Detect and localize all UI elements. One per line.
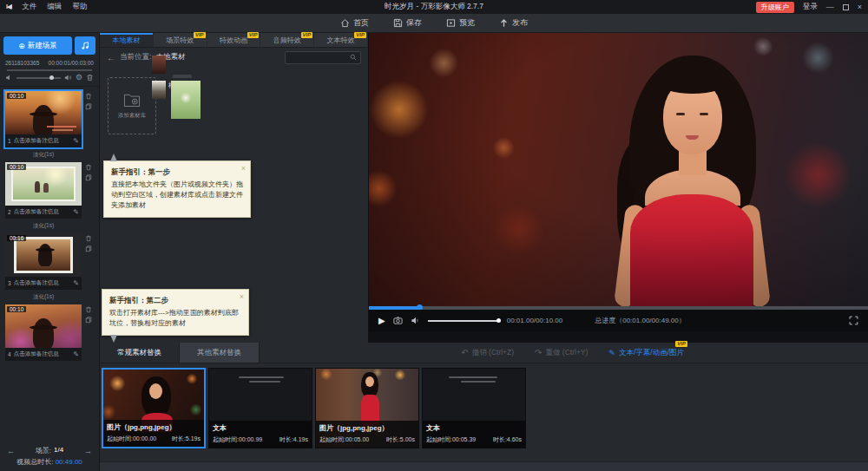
volume-slider[interactable] — [16, 77, 61, 79]
scene-delete-icon[interactable] — [85, 306, 92, 313]
home-icon — [340, 18, 350, 28]
guide-tooltip-step2: × 新手指引：第二步 双击打开素材库--->拖动里面的素材到底部坑位，替换相对应… — [102, 289, 249, 336]
back-arrow-icon[interactable]: ← — [107, 53, 115, 62]
home-button[interactable]: 首页 — [340, 17, 369, 29]
edit-note-icon[interactable]: ✎ — [73, 350, 79, 358]
volume-down-icon[interactable] — [5, 74, 13, 82]
tab-other-replace[interactable]: 其他素材替换 — [180, 343, 260, 363]
scene-note-4[interactable]: 4 点击添加备注信息 ✎ — [5, 348, 82, 361]
speaker-icon[interactable] — [411, 316, 420, 325]
transition-label[interactable]: 淡化(1s) — [5, 219, 82, 233]
play-button[interactable]: ▶ — [378, 317, 385, 325]
window-title: 时光岁月 - 万彩影像大师 2.7.7 — [0, 2, 868, 12]
snapshot-camera-icon[interactable] — [393, 316, 403, 325]
search-icon — [350, 54, 357, 61]
publish-icon — [499, 18, 509, 28]
tab-text-effects[interactable]: 文本特效 VIP — [314, 33, 368, 47]
music-progress-bar[interactable] — [7, 69, 92, 71]
tab-regular-replace[interactable]: 常规素材替换 — [100, 343, 180, 363]
scene-item-2: 00:10 2 点击添加备注信息 ✎ — [5, 162, 99, 219]
menu-edit[interactable]: 编辑 — [47, 2, 62, 12]
tooltip-close-icon[interactable]: × — [240, 291, 244, 304]
titlebar: I◀I 文件 编辑 帮助 时光岁月 - 万彩影像大师 2.7.7 升级账户 登录… — [0, 0, 868, 14]
slot-type-label: 文本 — [426, 423, 522, 433]
menu-file[interactable]: 文件 — [22, 2, 36, 12]
scene-delete-icon[interactable] — [85, 235, 92, 242]
fullscreen-icon[interactable] — [849, 316, 858, 325]
slot-text-2[interactable]: 文本 起始时间:00:05.39 时长:4.60s — [422, 368, 526, 448]
edit-text-subtitle-animation-image-button[interactable]: ✎ 文本/字幕/动画/图片 VIP — [608, 348, 684, 358]
save-icon — [393, 18, 403, 28]
search-input[interactable] — [285, 51, 361, 64]
preview-icon — [446, 18, 456, 28]
scene-copy-icon[interactable] — [85, 245, 92, 252]
edit-note-icon[interactable]: ✎ — [73, 279, 79, 287]
scene-card-2[interactable]: 00:10 2 点击添加备注信息 ✎ — [5, 162, 82, 219]
music-info: 26118103365 00:00:01/00:03:00 — [0, 58, 99, 66]
edit-note-icon[interactable]: ✎ — [73, 208, 79, 216]
close-button[interactable]: × — [858, 3, 862, 11]
video-preview[interactable] — [369, 33, 868, 306]
scene-card-3[interactable]: 00:16 3 点击添加备注信息 ✎ — [5, 233, 82, 290]
undo-button[interactable]: ↶ 撤销 (Ctrl+Z) — [461, 348, 514, 358]
volume-up-icon[interactable] — [64, 74, 72, 82]
publish-button[interactable]: 发布 — [499, 17, 528, 29]
transition-label[interactable]: 淡化(1s) — [5, 147, 82, 162]
add-material-library-button[interactable]: 添加素材库 — [108, 77, 156, 134]
tab-effect-animation[interactable]: 特效动画 VIP — [207, 33, 261, 47]
tab-audio-effects[interactable]: 音频特效 VIP — [260, 33, 314, 47]
scene-thumbnail-2[interactable]: 00:10 — [5, 162, 82, 206]
slot-start-time: 起始时间:00:05.00 — [319, 435, 369, 444]
scene-duration-badge: 00:16 — [7, 235, 26, 241]
scene-note-2[interactable]: 2 点击添加备注信息 ✎ — [5, 206, 82, 219]
scene-copy-icon[interactable] — [85, 174, 92, 181]
music-settings-gear-icon[interactable]: ⚙ — [76, 74, 82, 82]
tab-scene-effects[interactable]: 场景特效 VIP — [154, 33, 207, 47]
app-window: I◀I 文件 编辑 帮助 时光岁月 - 万彩影像大师 2.7.7 升级账户 登录… — [0, 0, 868, 471]
background-music-button[interactable] — [75, 36, 95, 55]
total-duration-label: 视频总时长: — [16, 458, 53, 466]
total-progress-display: 总进度（00:01.00/00:49.00） — [595, 316, 686, 325]
scene-thumbnail-1[interactable]: 00:10 — [5, 91, 82, 134]
sample-folder[interactable]: 样例 — [168, 77, 219, 90]
menu-help[interactable]: 帮助 — [72, 2, 87, 12]
scene-card-1[interactable]: 00:10 1 点击添加备注信息 ✎ — [5, 91, 82, 147]
slot-type-label: 图片（jpg,png,jpeg） — [107, 422, 201, 432]
minimize-button[interactable]: — — [826, 3, 834, 11]
slot-text-1[interactable]: 文本 起始时间:00:00.99 时长:4.19s — [208, 368, 312, 448]
scene-delete-icon[interactable] — [85, 93, 92, 100]
scene-list: 00:10 1 点击添加备注信息 ✎ 淡化(1s) — [0, 87, 99, 361]
library-panel: 本地素材 场景特效 VIP 特效动画 VIP 音频特效 VIP 文本特效 VIP… — [100, 33, 369, 343]
scene-card-4[interactable]: 00:10 4 点击添加备注信息 ✎ — [5, 304, 82, 361]
new-scene-button[interactable]: ⊕ 新建场景 — [3, 36, 72, 55]
slot-image-2[interactable]: 图片（jpg,png,jpeg） 起始时间:00:05.00 时长:5.00s — [315, 368, 419, 448]
scene-note-3[interactable]: 3 点击添加备注信息 ✎ — [5, 277, 82, 290]
replace-tabs: 常规素材替换 其他素材替换 ↶ 撤销 (Ctrl+Z) ↷ 重做 (Ctrl+Y… — [100, 343, 868, 363]
maximize-button[interactable] — [843, 4, 849, 10]
player-volume-slider[interactable] — [428, 320, 499, 322]
slot-image-1[interactable]: 图片（jpg,png,jpeg） 起始时间:00:00.00 时长:5.19s — [102, 368, 206, 448]
scene-delete-icon[interactable] — [85, 164, 92, 171]
prev-scene-arrow[interactable]: ← — [7, 447, 15, 455]
music-delete-trash-icon[interactable] — [86, 74, 94, 82]
tooltip-close-icon[interactable]: × — [241, 163, 246, 175]
next-scene-arrow[interactable]: → — [84, 447, 92, 455]
app-logo-icon: I◀I — [6, 3, 11, 10]
upgrade-account-button[interactable]: 升级账户 — [756, 2, 794, 13]
redo-button[interactable]: ↷ 重做 (Ctrl+Y) — [535, 348, 588, 358]
login-button[interactable]: 登录 — [803, 2, 818, 12]
slot-duration: 时长:5.19s — [172, 435, 201, 443]
library-items: 添加素材库 样例 — [100, 67, 368, 134]
save-button[interactable]: 保存 — [393, 17, 422, 29]
scene-thumbnail-4[interactable]: 00:10 — [5, 304, 82, 348]
library-tabs: 本地素材 场景特效 VIP 特效动画 VIP 音频特效 VIP 文本特效 VIP — [100, 33, 368, 48]
preview-panel: ▶ 00:01.00/00:10.00 总进度（00:01.00/00:49.0… — [369, 33, 868, 343]
scene-copy-icon[interactable] — [85, 103, 92, 110]
edit-note-icon[interactable]: ✎ — [73, 137, 79, 145]
tab-local-material[interactable]: 本地素材 — [100, 33, 154, 47]
scene-copy-icon[interactable] — [85, 317, 92, 324]
scene-note-1[interactable]: 1 点击添加备注信息 ✎ — [5, 134, 82, 147]
scene-thumbnail-3[interactable]: 00:16 — [5, 233, 82, 277]
transition-label[interactable]: 淡化(1s) — [5, 290, 82, 304]
preview-button[interactable]: 预览 — [446, 17, 475, 29]
